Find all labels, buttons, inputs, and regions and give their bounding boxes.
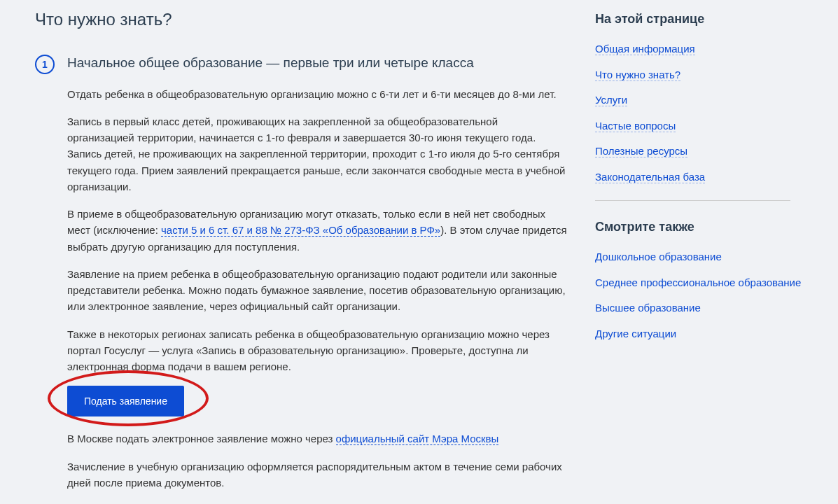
paragraph: Отдать ребенка в общеобразовательную орг… xyxy=(67,86,567,102)
seealso-links-list: Дошкольное образование Среднее профессио… xyxy=(595,249,812,342)
seealso-link-higher-ed[interactable]: Высшее образование xyxy=(595,302,701,314)
section-title: Что нужно знать? xyxy=(35,7,567,32)
sidebar: На этой странице Общая информация Что ну… xyxy=(595,0,826,504)
paragraph: Заявление на прием ребенка в общеобразов… xyxy=(67,266,567,315)
paragraph: В Москве подать электронное заявление мо… xyxy=(67,430,567,447)
item-heading: Начальное общее образование — первые три… xyxy=(67,53,567,74)
seealso-link-other[interactable]: Другие ситуации xyxy=(595,328,676,340)
seealso-link-preschool[interactable]: Дошкольное образование xyxy=(595,251,722,262)
onpage-link-general-info[interactable]: Общая информация xyxy=(595,43,695,55)
onpage-link-resources[interactable]: Полезные ресурсы xyxy=(595,145,687,158)
text: В Москве подать электронное заявление мо… xyxy=(67,433,336,444)
law-reference-link[interactable]: части 5 и 6 ст. 67 и 88 № 273-ФЗ «Об обр… xyxy=(161,224,440,237)
moscow-mayor-site-link[interactable]: официальный сайт Мэра Москвы xyxy=(336,433,499,445)
numbered-item: 1 Начальное общее образование — первые т… xyxy=(35,53,567,502)
onpage-heading: На этой странице xyxy=(595,10,812,29)
seealso-link-vocational[interactable]: Среднее профессиональное образование xyxy=(595,276,801,288)
main-content: Что нужно знать? 1 Начальное общее образ… xyxy=(0,0,595,504)
seealso-heading: Смотрите также xyxy=(595,218,812,237)
item-body: Начальное общее образование — первые три… xyxy=(67,53,567,502)
paragraph: Также в некоторых регионах записать ребе… xyxy=(67,326,567,375)
submit-button-wrapper: Подать заявление xyxy=(67,386,184,416)
paragraph: Запись в первый класс детей, проживающих… xyxy=(67,113,567,195)
onpage-links-list: Общая информация Что нужно знать? Услуги… xyxy=(595,41,812,185)
onpage-link-legislation[interactable]: Законодательная база xyxy=(595,171,705,183)
onpage-link-faq[interactable]: Частые вопросы xyxy=(595,120,676,132)
paragraph: В приеме в общеобразовательную организац… xyxy=(67,206,567,255)
onpage-link-what-to-know[interactable]: Что нужно знать? xyxy=(595,69,680,81)
item-number-badge: 1 xyxy=(35,55,55,74)
sidebar-separator xyxy=(595,200,790,201)
paragraph: Зачисление в учебную организацию оформля… xyxy=(67,458,567,491)
onpage-link-services[interactable]: Услуги xyxy=(595,94,627,106)
submit-application-button[interactable]: Подать заявление xyxy=(67,386,184,416)
